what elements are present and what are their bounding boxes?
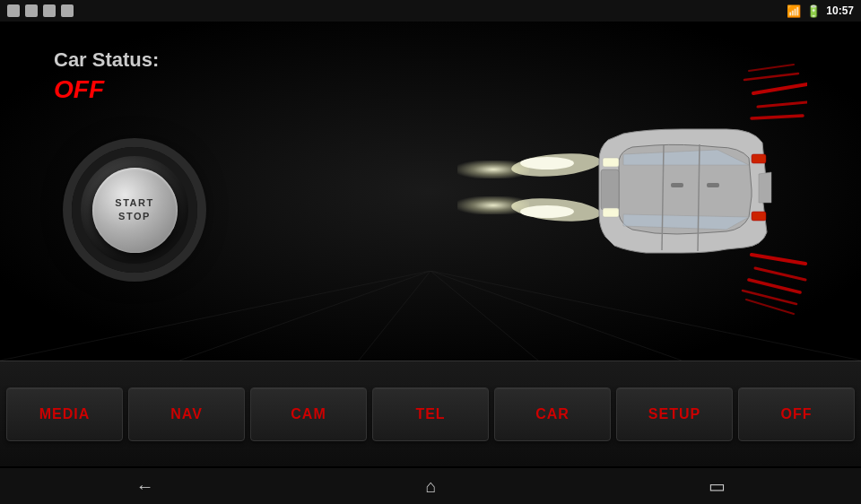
nav-button-car[interactable]: CAR [494, 387, 611, 441]
start-stop-inner: STARTSTOP [92, 168, 178, 253]
main-area: Car Status: OFF STARTSTOP [0, 22, 861, 361]
car-status-label: Car Status: [54, 48, 159, 72]
status-icons-right: 📶 🔋 10:57 [787, 4, 854, 18]
svg-line-5 [752, 255, 805, 264]
nav-area: MEDIA NAV CAM TEL CAR SETUP OFF [0, 361, 861, 466]
svg-rect-16 [603, 208, 619, 217]
nav-button-nav[interactable]: NAV [128, 387, 245, 441]
svg-line-23 [0, 271, 430, 361]
system-bar: ← ⌂ ▭ [0, 468, 861, 504]
clock: 10:57 [826, 4, 854, 17]
start-stop-text: STARTSTOP [115, 196, 153, 224]
nav-button-setup[interactable]: SETUP [616, 387, 733, 441]
svg-rect-14 [601, 169, 619, 210]
nav-button-media[interactable]: MEDIA [6, 387, 123, 441]
start-stop-button[interactable]: STARTSTOP [72, 147, 197, 273]
nav-button-off[interactable]: OFF [738, 387, 855, 441]
svg-rect-15 [603, 158, 619, 167]
nav-button-tel[interactable]: TEL [372, 387, 489, 441]
status-icons-left [7, 4, 74, 17]
headlight-left [457, 161, 529, 178]
message-icon [25, 4, 38, 17]
svg-rect-21 [671, 183, 683, 187]
svg-rect-18 [752, 212, 766, 221]
svg-line-25 [359, 271, 430, 361]
settings-icon [61, 4, 74, 17]
svg-line-2 [752, 116, 803, 118]
home-button[interactable]: ⌂ [407, 469, 454, 504]
nav-button-cam[interactable]: CAM [250, 387, 367, 441]
floor-grid [0, 271, 861, 361]
svg-line-4 [749, 65, 794, 71]
svg-line-28 [430, 271, 861, 361]
svg-rect-22 [707, 183, 719, 187]
svg-rect-17 [752, 154, 766, 163]
back-button[interactable]: ← [117, 469, 171, 504]
svg-line-3 [744, 74, 798, 80]
svg-line-1 [758, 102, 807, 107]
svg-line-0 [753, 84, 807, 93]
recent-button[interactable]: ▭ [691, 468, 744, 504]
headlight-right [457, 196, 529, 214]
wifi-icon: 📶 [787, 4, 801, 18]
car-status-value: OFF [54, 75, 104, 104]
svg-line-26 [430, 271, 538, 361]
email-icon [43, 4, 56, 17]
notification-icon [7, 4, 20, 17]
battery-icon: 🔋 [806, 4, 821, 18]
status-bar: 📶 🔋 10:57 [0, 0, 861, 22]
